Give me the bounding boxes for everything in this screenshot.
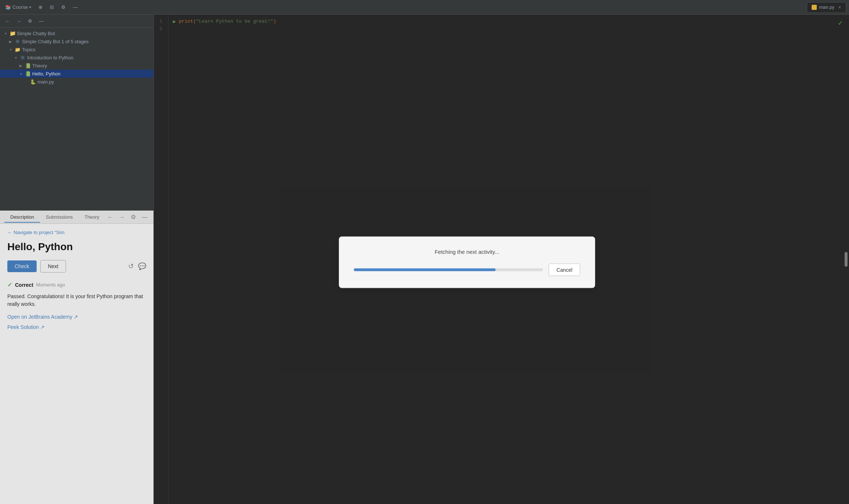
forward-icon: → <box>16 18 21 24</box>
print-keyword: print <box>179 19 193 24</box>
bottom-content: ← Navigate to project "Sim Hello, Python… <box>0 224 153 504</box>
tree-theory[interactable]: ▶ 📗 Theory <box>0 62 153 70</box>
moments-ago: Moments ago <box>36 282 65 288</box>
intro-python-label: Introduction to Python <box>27 55 73 60</box>
line-numbers: 1 2 <box>154 15 168 504</box>
py-file-icon <box>812 5 817 10</box>
sidebar-toolbar: ← → ⚙ — <box>0 15 153 28</box>
intro-arrow: ▾ <box>13 55 18 60</box>
add-icon-btn[interactable]: ⊕ <box>36 3 45 11</box>
open-paren: ( <box>193 19 196 24</box>
tree-view: ▾ 📁 Simple Chatty Bot ▶ ⊞ Simple Chatty … <box>0 28 153 210</box>
sidebar-nav-forward[interactable]: → <box>14 17 23 25</box>
undo-icon[interactable]: ↺ <box>128 262 134 270</box>
tab-controls: ← → ⚙ — <box>106 213 149 221</box>
minimize-icon: — <box>73 4 78 10</box>
root-arrow: ▾ <box>3 31 8 36</box>
sidebar-gear-icon: ⚙ <box>28 18 32 24</box>
task-title: Hello, Python <box>7 241 146 253</box>
layout-icon: ⊟ <box>50 4 54 10</box>
course-label: Course <box>12 4 28 10</box>
run-button[interactable]: ▶ <box>173 18 176 25</box>
sidebar-settings-btn[interactable]: ⚙ <box>26 17 34 25</box>
hello-python-label: Hello, Python <box>32 71 60 77</box>
minimize-btn[interactable]: — <box>71 3 80 11</box>
intro-icon: ⊞ <box>20 55 26 60</box>
scroll-indicator <box>845 252 848 267</box>
nav-forward-btn[interactable]: → <box>118 213 126 221</box>
theory-arrow: ▶ <box>18 63 23 68</box>
navigate-arrow-icon: ← <box>7 230 12 235</box>
cancel-button[interactable]: Cancel <box>549 263 580 276</box>
mainpy-label: main.py <box>37 79 54 85</box>
passed-text: Passed. Congratulations! It is your firs… <box>7 293 146 308</box>
close-paren: ) <box>273 19 276 24</box>
tree-mainpy[interactable]: 🐍 main.py <box>0 78 153 86</box>
tree-hello-python[interactable]: ▾ 📗 Hello, Python <box>0 70 153 78</box>
navigate-text: Navigate to project "Sim <box>14 230 64 235</box>
theory-label: Theory <box>32 63 47 68</box>
bottom-tabs: Description Submissions Theory ← → ⚙ — <box>0 211 153 224</box>
tab-theory[interactable]: Theory <box>79 212 105 223</box>
sidebar-nav-back[interactable]: ← <box>3 17 12 25</box>
stages-label: Simple Chatty Bot 1 of 5 stages <box>22 39 89 44</box>
line-num-1: 1 <box>154 18 165 25</box>
main-py-tab[interactable]: main.py ✕ <box>807 2 846 12</box>
correct-label: Correct <box>15 282 33 288</box>
fetch-text: Fetching the next activity... <box>435 248 499 255</box>
hello-python-icon: 📗 <box>25 71 31 77</box>
comment-icon[interactable]: 💬 <box>138 262 146 270</box>
theory-icon: 📗 <box>25 63 31 68</box>
fetch-progress-row: Cancel <box>354 263 580 276</box>
stages-icon: ⊞ <box>15 38 21 44</box>
progress-bar-bg <box>354 268 543 271</box>
fetch-dialog: Fetching the next activity... Cancel <box>339 236 595 288</box>
checkmark-icon: ✓ <box>7 281 12 288</box>
bottom-panel: Description Submissions Theory ← → ⚙ — ←… <box>0 210 153 504</box>
tab-minimize-btn[interactable]: — <box>140 213 149 221</box>
code-line-2 <box>173 25 845 32</box>
jetbrains-link[interactable]: Open on JetBrains Academy ↗ <box>7 314 146 320</box>
action-right-controls: ↺ 💬 <box>128 262 146 270</box>
tab-description[interactable]: Description <box>4 212 40 223</box>
topics-arrow: ▾ <box>8 47 13 52</box>
code-checkmark: ✓ <box>838 19 843 27</box>
line-num-2: 2 <box>154 25 165 32</box>
tree-intro-python[interactable]: ▾ ⊞ Introduction to Python <box>0 53 153 62</box>
mainpy-icon: 🐍 <box>30 79 36 85</box>
sidebar-minimize-icon: — <box>39 18 44 24</box>
settings-icon: ⚙ <box>61 4 66 10</box>
tab-close-btn[interactable]: ✕ <box>838 5 841 10</box>
tree-topics[interactable]: ▾ 📁 Topics <box>0 45 153 53</box>
tree-stages[interactable]: ▶ ⊞ Simple Chatty Bot 1 of 5 stages <box>0 37 153 45</box>
book-icon: 📚 <box>5 4 11 10</box>
topics-icon: 📁 <box>15 47 21 52</box>
topics-label: Topics <box>22 47 36 52</box>
course-button[interactable]: 📚 Course ▾ <box>3 3 33 11</box>
sidebar: ← → ⚙ — ▾ 📁 Simple Chatty Bot ▶ ⊞ <box>0 15 154 504</box>
root-label: Simple Chatty Bot <box>17 31 55 36</box>
nav-back-btn[interactable]: ← <box>106 213 115 221</box>
correct-row: ✓ Correct Moments ago <box>7 281 146 288</box>
check-button[interactable]: Check <box>7 260 37 272</box>
navigate-link[interactable]: ← Navigate to project "Sim <box>7 230 146 235</box>
settings-icon-btn[interactable]: ⚙ <box>59 3 68 11</box>
string-literal: "Learn Python to be great!" <box>196 19 273 24</box>
back-icon: ← <box>5 18 10 24</box>
dropdown-icon: ▾ <box>29 5 31 9</box>
hello-python-arrow: ▾ <box>18 71 23 76</box>
tab-label: main.py <box>819 5 834 10</box>
tab-submissions[interactable]: Submissions <box>40 212 79 223</box>
stages-arrow: ▶ <box>8 39 13 44</box>
layout-icon-btn[interactable]: ⊟ <box>48 3 56 11</box>
code-line-1: ▶ print("Learn Python to be great!") <box>173 18 845 25</box>
progress-bar-fill <box>354 268 496 271</box>
root-icon: 📁 <box>10 30 15 36</box>
sidebar-minimize-btn[interactable]: — <box>37 17 46 25</box>
peek-solution-link[interactable]: Peek Solution ↗ <box>7 324 146 330</box>
top-toolbar: 📚 Course ▾ ⊕ ⊟ ⚙ — main.py ✕ <box>0 0 849 15</box>
add-icon: ⊕ <box>38 4 42 10</box>
tab-gear-btn[interactable]: ⚙ <box>129 213 137 221</box>
next-button[interactable]: Next <box>40 260 66 273</box>
tree-root[interactable]: ▾ 📁 Simple Chatty Bot <box>0 29 153 37</box>
